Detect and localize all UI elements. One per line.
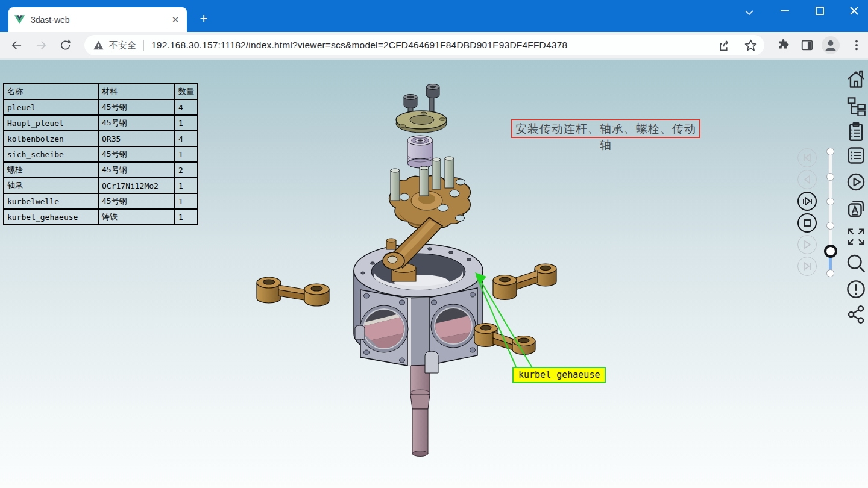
- model-connecting-rod-right-upper: [493, 264, 556, 300]
- assembly-tree-icon[interactable]: [846, 96, 866, 116]
- play-button[interactable]: [797, 235, 817, 254]
- security-label: 不安全: [109, 40, 136, 51]
- skip-start-button[interactable]: [797, 148, 817, 167]
- omnibox-divider: [143, 40, 144, 51]
- skip-end-button[interactable]: [797, 257, 817, 276]
- table-row: kolbenbolzenQR354: [4, 131, 198, 146]
- home-icon[interactable]: [846, 69, 866, 90]
- slider-step-dot[interactable]: [826, 269, 834, 277]
- part-name-label[interactable]: kurbel_gehaeuse: [512, 367, 606, 383]
- profile-avatar[interactable]: [822, 36, 840, 54]
- bookmark-star-icon[interactable]: [744, 39, 757, 52]
- viewer-canvas[interactable]: 名称 材料 数量 pleuel45号钢4 Haupt_pleuel45号钢1 k…: [0, 58, 868, 488]
- annotation-text-icon[interactable]: [846, 199, 866, 219]
- play-circle-icon[interactable]: [846, 172, 866, 192]
- table-row: kurbel_gehaeuse铸铁1: [4, 209, 198, 225]
- forward-icon[interactable]: [34, 39, 48, 52]
- slider-step-dot[interactable]: [826, 222, 834, 230]
- col-name: 名称: [4, 84, 98, 99]
- side-panel-icon[interactable]: [800, 39, 814, 52]
- parts-table: 名称 材料 数量 pleuel45号钢4 Haupt_pleuel45号钢1 k…: [3, 83, 198, 225]
- play-step-button[interactable]: [797, 192, 817, 211]
- reload-icon[interactable]: [59, 39, 72, 52]
- browser-tab[interactable]: 3dast-web ✕: [8, 7, 187, 32]
- stop-button[interactable]: [797, 213, 817, 233]
- menu-kebab-icon[interactable]: [850, 39, 863, 52]
- fit-expand-icon[interactable]: [846, 227, 866, 247]
- window-minimize-icon[interactable]: [779, 5, 791, 17]
- tab-title: 3dast-web: [31, 15, 170, 25]
- model-connecting-rod-right-lower: [474, 324, 535, 355]
- table-row: Haupt_pleuel45号钢1: [4, 115, 198, 131]
- address-bar[interactable]: 不安全 192.168.30.157:11182/index.html?view…: [84, 35, 764, 55]
- model-crankcase-housing: [354, 239, 483, 373]
- window-maximize-icon[interactable]: [814, 5, 826, 17]
- model-washer: [396, 111, 447, 133]
- model-bearing: [407, 136, 433, 168]
- model-connecting-rod-left: [257, 277, 329, 306]
- slider-step-dot[interactable]: [826, 198, 834, 205]
- clipboard-list-icon[interactable]: [846, 121, 866, 142]
- not-secure-warning-icon: [93, 40, 104, 51]
- step-back-button[interactable]: [797, 170, 817, 189]
- browser-toolbar: 不安全 192.168.30.157:11182/index.html?view…: [0, 32, 868, 58]
- back-icon[interactable]: [10, 39, 24, 52]
- slider-step-dot[interactable]: [826, 148, 834, 155]
- list-menu-icon[interactable]: [846, 145, 866, 166]
- progress-slider-thumb[interactable]: [824, 245, 837, 258]
- vue-favicon: [14, 15, 25, 24]
- table-header-row: 名称 材料 数量: [4, 84, 198, 99]
- col-material: 材料: [98, 84, 175, 99]
- window-chevron-icon[interactable]: [743, 7, 755, 19]
- zoom-search-icon[interactable]: [846, 253, 866, 274]
- new-tab-button[interactable]: +: [195, 11, 212, 28]
- slider-step-dot[interactable]: [826, 173, 834, 181]
- table-row: 螺栓45号钢2: [4, 162, 198, 178]
- table-row: kurbelwelle45号钢1: [4, 193, 198, 209]
- url-text[interactable]: 192.168.30.157:11182/index.html?viewer=s…: [151, 40, 567, 51]
- col-qty: 数量: [175, 84, 198, 99]
- tab-close-icon[interactable]: ✕: [170, 14, 181, 25]
- share-page-icon[interactable]: [717, 39, 730, 52]
- share-icon[interactable]: [846, 304, 866, 325]
- table-row: pleuel45号钢4: [4, 99, 198, 115]
- browser-titlebar: 3dast-web ✕ +: [0, 0, 868, 32]
- extensions-icon[interactable]: [776, 39, 790, 52]
- table-row: 轴承OCr17Ni12Mo21: [4, 178, 198, 193]
- assembly-step-note: 安装传动连杆、轴承、螺栓、传动轴: [511, 119, 700, 138]
- table-row: sich_scheibe45号钢1: [4, 146, 198, 162]
- window-close-icon[interactable]: [848, 5, 860, 17]
- info-icon[interactable]: [846, 279, 866, 299]
